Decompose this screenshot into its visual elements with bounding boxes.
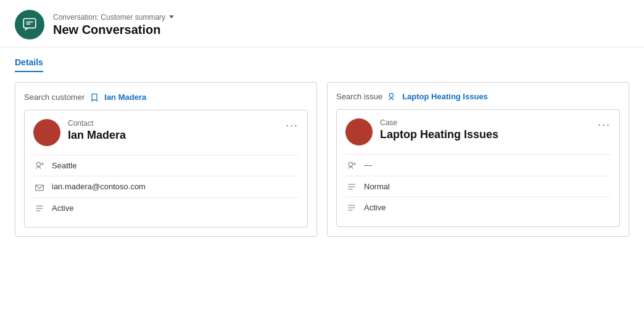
issue-card-header: Case Laptop Heating Issues ··· (345, 118, 611, 146)
issue-priority-row: Normal (345, 176, 611, 197)
issue-card: Case Laptop Heating Issues ··· --- (336, 109, 620, 227)
issue-status-icon (345, 202, 358, 213)
svg-point-3 (36, 163, 40, 166)
search-customer-label: Search customer (24, 92, 85, 102)
customer-card-name: Ian Madera (68, 129, 286, 142)
bookmark-icon (89, 92, 99, 102)
issue-priority: Normal (364, 182, 390, 191)
issue-id-row: --- (345, 154, 611, 175)
customer-email-row: ian.madera@contoso.com (33, 176, 299, 197)
search-issue-label: Search issue (336, 92, 382, 101)
issue-card-menu[interactable]: ··· (598, 118, 611, 131)
main-content: Search customer Ian Madera Contact Ian M… (0, 72, 644, 247)
search-issue-icon (387, 91, 397, 102)
conversation-icon (22, 17, 38, 33)
issue-panel: Search issue Laptop Heating Issues Case … (327, 82, 629, 237)
app-header: Conversation: Customer summary New Conve… (0, 0, 644, 47)
app-icon (15, 10, 44, 39)
email-icon (33, 181, 46, 192)
issue-card-info: Case Laptop Heating Issues (380, 118, 598, 141)
customer-panel-header: Search customer Ian Madera (24, 91, 308, 102)
customer-card: Contact Ian Madera ··· Seattle (24, 110, 308, 228)
chevron-down-icon[interactable] (169, 15, 174, 18)
customer-name-link[interactable]: Ian Madera (104, 92, 146, 102)
customer-card-menu[interactable]: ··· (286, 119, 299, 132)
tab-details[interactable]: Details (15, 57, 43, 72)
issue-id-icon (345, 160, 358, 170)
customer-card-info: Contact Ian Madera (68, 119, 286, 142)
status-icon (33, 203, 46, 213)
customer-location-row: Seattle (33, 155, 299, 176)
header-text: Conversation: Customer summary New Conve… (53, 13, 174, 37)
customer-status: Active (52, 203, 73, 213)
customer-card-header: Contact Ian Madera ··· (33, 119, 299, 146)
location-icon (33, 160, 46, 171)
issue-id: --- (364, 160, 372, 170)
subtitle-text: Conversation: Customer summary (53, 13, 165, 22)
customer-status-row: Active (33, 197, 299, 218)
issue-status: Active (364, 203, 386, 212)
issue-panel-header: Search issue Laptop Heating Issues (336, 91, 620, 102)
issue-status-row: Active (345, 197, 611, 218)
issue-name-link[interactable]: Laptop Heating Issues (402, 92, 488, 101)
header-subtitle[interactable]: Conversation: Customer summary (53, 13, 174, 22)
search-customer-icon (89, 91, 99, 102)
priority-icon (345, 181, 358, 192)
customer-avatar (33, 119, 60, 146)
svg-point-11 (349, 162, 352, 166)
svg-rect-0 (23, 18, 36, 28)
customer-location: Seattle (52, 161, 76, 170)
customer-email: ian.madera@contoso.com (52, 182, 146, 191)
issue-card-type: Case (380, 118, 598, 127)
customer-panel: Search customer Ian Madera Contact Ian M… (15, 82, 317, 237)
issue-card-name: Laptop Heating Issues (380, 128, 598, 141)
svg-point-10 (389, 94, 393, 97)
tabs-section: Details (0, 47, 644, 72)
header-title: New Conversation (53, 23, 174, 37)
issue-avatar (345, 118, 373, 146)
customer-card-type: Contact (68, 119, 286, 128)
